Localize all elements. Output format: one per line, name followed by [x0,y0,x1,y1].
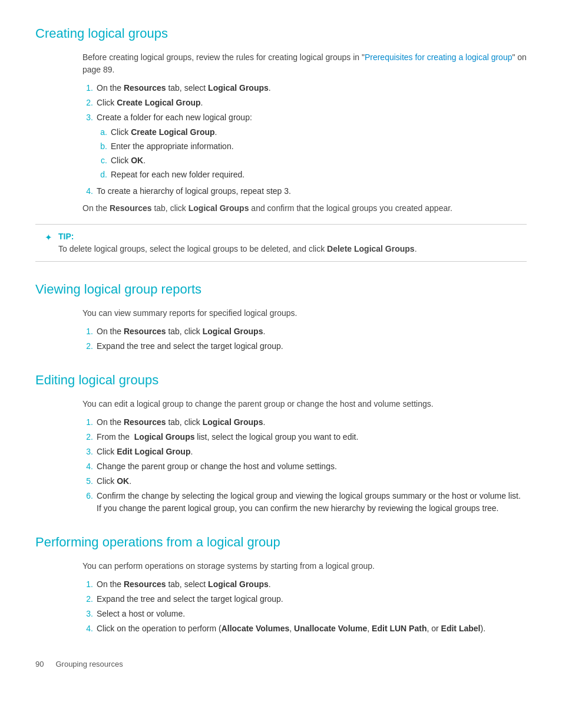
editing-steps: 1. On the Resources tab, click Logical G… [82,416,527,515]
step-content-4: To create a hierarchy of logical groups,… [97,185,527,197]
editing-step-content-5: Click OK. [97,475,527,487]
editing-section: Editing logical groups You can edit a lo… [35,370,527,515]
substep-a: a. Click Create Logical Group. [97,126,527,139]
viewing-steps: 1. On the Resources tab, click Logical G… [82,325,527,353]
editing-step-num-1: 1. [82,416,93,429]
step-content-1: On the Resources tab, select Logical Gro… [97,82,527,94]
page-number: 90 [35,658,44,670]
editing-step-content-4: Change the parent group or change the ho… [97,460,527,473]
prereq-link[interactable]: Prerequisites for creating a logical gro… [365,52,513,62]
step-num-1: 1. [82,82,93,94]
performing-title: Performing operations from a logical gro… [35,532,527,552]
editing-step-6: 6. Confirm the change by selecting the l… [82,490,527,515]
step-content-3: Create a folder for each new logical gro… [97,111,527,183]
viewing-step-1: 1. On the Resources tab, click Logical G… [82,325,527,338]
step-content-2: Click Create Logical Group. [97,97,527,109]
performing-step-1: 1. On the Resources tab, select Logical … [82,578,527,591]
substep-label-d: d. [97,169,107,181]
performing-step-content-1: On the Resources tab, select Logical Gro… [97,578,527,591]
editing-step-content-2: From the Logical Groups list, select the… [97,431,527,443]
step-4: 4. To create a hierarchy of logical grou… [82,185,527,197]
substep-c: c. Click OK. [97,154,527,167]
substep-label-b: b. [97,140,107,153]
performing-step-num-2: 2. [82,593,93,605]
creating-section: Creating logical groups Before creating … [35,24,527,262]
editing-step-3: 3. Click Edit Logical Group. [82,446,527,458]
substep-content-c: Click OK. [111,154,146,167]
viewing-section: Viewing logical group reports You can vi… [35,279,527,353]
performing-step-4: 4. Click on the operation to perform (Al… [82,622,527,635]
sub-steps-3: a. Click Create Logical Group. b. Enter … [97,126,527,181]
step-1: 1. On the Resources tab, select Logical … [82,82,527,94]
creating-steps: 1. On the Resources tab, select Logical … [82,82,527,197]
editing-title: Editing logical groups [35,370,527,390]
performing-step-3: 3. Select a host or volume. [82,608,527,620]
performing-step-num-4: 4. [82,622,93,635]
substep-label-a: a. [97,126,107,139]
editing-step-4: 4. Change the parent group or change the… [82,460,527,473]
substep-d: d. Repeat for each new folder required. [97,169,527,181]
editing-step-content-1: On the Resources tab, click Logical Grou… [97,416,527,429]
performing-section: Performing operations from a logical gro… [35,532,527,635]
tip-label: TIP: [58,232,74,241]
editing-step-5: 5. Click OK. [82,475,527,487]
tip-box: ✦ TIP: To delete logical groups, select … [35,224,527,262]
editing-step-1: 1. On the Resources tab, click Logical G… [82,416,527,429]
performing-steps: 1. On the Resources tab, select Logical … [82,578,527,635]
viewing-step-content-2: Expand the tree and select the target lo… [97,340,527,353]
editing-step-num-5: 5. [82,475,93,487]
viewing-intro: You can view summary reports for specifi… [82,307,527,319]
editing-step-num-2: 2. [82,431,93,443]
tip-text: To delete logical groups, select the log… [58,244,417,253]
step-3: 3. Create a folder for each new logical … [82,111,527,183]
step-num-3: 3. [82,111,93,124]
creating-confirm: On the Resources tab, click Logical Grou… [82,202,527,215]
performing-step-content-2: Expand the tree and select the target lo… [97,593,527,605]
tip-content: TIP: To delete logical groups, select th… [58,230,417,255]
tip-icon: ✦ [45,231,52,245]
performing-step-num-1: 1. [82,578,93,591]
performing-intro: You can perform operations on storage sy… [82,560,527,572]
substep-content-b: Enter the appropriate information. [111,140,234,153]
substep-b: b. Enter the appropriate information. [97,140,527,153]
substep-content-a: Click Create Logical Group. [111,126,217,139]
creating-title: Creating logical groups [35,24,527,43]
footer-section-name: Grouping resources [55,658,123,670]
editing-step-2: 2. From the Logical Groups list, select … [82,431,527,443]
editing-step-content-6: Confirm the change by selecting the logi… [97,490,527,515]
creating-intro: Before creating logical groups, review t… [82,51,527,76]
step-2: 2. Click Create Logical Group. [82,97,527,109]
step-num-2: 2. [82,97,93,109]
performing-step-content-4: Click on the operation to perform (Alloc… [97,622,527,635]
performing-step-2: 2. Expand the tree and select the target… [82,593,527,605]
viewing-step-num-2: 2. [82,340,93,353]
viewing-title: Viewing logical group reports [35,279,527,299]
viewing-step-num-1: 1. [82,325,93,338]
viewing-step-content-1: On the Resources tab, click Logical Grou… [97,325,527,338]
editing-step-num-4: 4. [82,460,93,473]
step-num-4: 4. [82,185,93,197]
editing-step-num-6: 6. [82,490,93,502]
viewing-step-2: 2. Expand the tree and select the target… [82,340,527,353]
performing-step-content-3: Select a host or volume. [97,608,527,620]
substep-label-c: c. [97,154,107,167]
page-footer: 90 Grouping resources [35,658,527,670]
substep-content-d: Repeat for each new folder required. [111,169,244,181]
performing-step-num-3: 3. [82,608,93,620]
editing-intro: You can edit a logical group to change t… [82,398,527,410]
editing-step-content-3: Click Edit Logical Group. [97,446,527,458]
editing-step-num-3: 3. [82,446,93,458]
